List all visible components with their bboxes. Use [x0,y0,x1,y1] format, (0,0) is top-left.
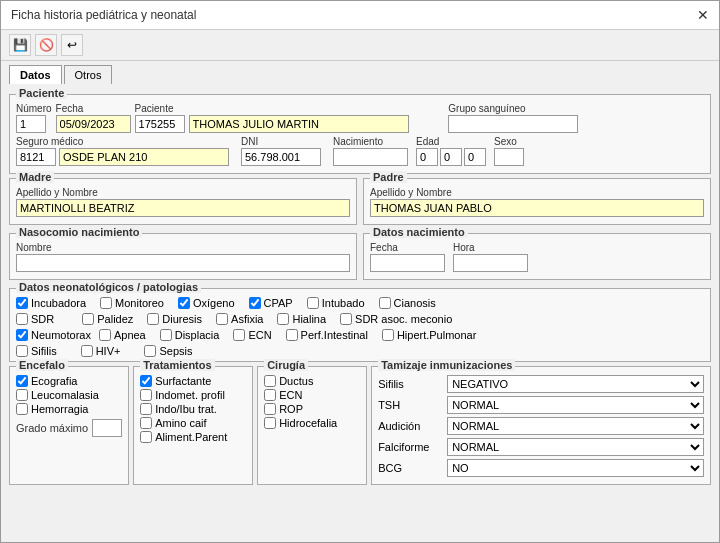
cb-oxigeno[interactable]: Oxígeno [178,297,235,309]
cb-aliment-parent[interactable]: Aliment.Parent [140,431,246,443]
undo-button[interactable]: ↩ [61,34,83,56]
numero-label: Número [16,103,52,114]
dn-hora-input[interactable] [453,254,528,272]
edad-v1-input[interactable] [416,148,438,166]
tamizaje-label: Tamizaje inmunizaciones [378,359,515,371]
tamizaje-sifilis-select[interactable]: NEGATIVOPOSITIVON/A [447,375,704,393]
cb-ductus[interactable]: Ductus [264,375,360,387]
cb-sepsis[interactable]: Sepsis [144,345,192,357]
tamizaje-bcg-select[interactable]: NOSI [447,459,704,477]
dn-fecha-label: Fecha [370,242,445,253]
cb-palidez[interactable]: Palidez [82,313,133,325]
cb-rop[interactable]: ROP [264,403,360,415]
cb-neumotorax[interactable]: Neumotorax [16,329,91,341]
grupo-label: Grupo sanguíneo [448,103,704,114]
tamizaje-tsh-select[interactable]: NORMALALTERADON/A [447,396,704,414]
nasocomio-nombre-input[interactable] [16,254,350,272]
encefalo-label: Encefalo [16,359,68,371]
sexo-label: Sexo [494,136,524,147]
tamizaje-falciforme-select[interactable]: NORMALALTERADON/A [447,438,704,456]
cb-sifilis[interactable]: Sifilis [16,345,57,357]
cb-cpap[interactable]: CPAP [249,297,293,309]
cb-monitoreo[interactable]: Monitoreo [100,297,164,309]
save-button[interactable]: 💾 [9,34,31,56]
cb-ecn-cir[interactable]: ECN [264,389,360,401]
cb-perf-intestinal[interactable]: Perf.Intestinal [286,329,368,341]
cb-intubado[interactable]: Intubado [307,297,365,309]
cb-sdr[interactable]: SDR [16,313,54,325]
fecha-input[interactable] [56,115,131,133]
cb-surfactante[interactable]: Surfactante [140,375,246,387]
cirugia-label: Cirugía [264,359,308,371]
dni-label: DNI [241,136,321,147]
nasocomio-nombre-label: Nombre [16,242,350,253]
tamizaje-sifilis-row: Sifilis NEGATIVOPOSITIVON/A [378,375,704,393]
toolbar: 💾 🚫 ↩ [1,30,719,61]
padre-group: Padre Apellido y Nombre [363,178,711,225]
cb-diuresis[interactable]: Diuresis [147,313,202,325]
cb-ecn[interactable]: ECN [233,329,271,341]
tamizaje-audicion-select[interactable]: NORMALALTERADON/A [447,417,704,435]
datos-nacimiento-group: Datos nacimiento Fecha Hora [363,233,711,280]
nacimiento-input[interactable] [333,148,408,166]
nacimiento-label: Nacimiento [333,136,408,147]
cb-hiv[interactable]: HIV+ [81,345,121,357]
tab-datos[interactable]: Datos [9,65,62,84]
tamizaje-tsh-label: TSH [378,399,443,411]
cb-cianosis[interactable]: Cianosis [379,297,436,309]
cb-hidrocefalia[interactable]: Hidrocefalia [264,417,360,429]
tamizaje-bcg-label: BCG [378,462,443,474]
edad-v2-input[interactable] [440,148,462,166]
padre-label: Padre [370,171,407,183]
nasocomio-group: Nasocomio nacimiento Nombre [9,233,357,280]
seguro-id-input[interactable] [16,148,56,166]
dni-input[interactable] [241,148,321,166]
tamizaje-audicion-row: Audición NORMALALTERADON/A [378,417,704,435]
madre-label: Madre [16,171,54,183]
cb-hemorragia[interactable]: Hemorragia [16,403,122,415]
tratamientos-label: Tratamientos [140,359,214,371]
paciente-label: Paciente [16,87,67,99]
cb-indo-ibu[interactable]: Indo/Ibu trat. [140,403,246,415]
title-bar: Ficha historia pediátrica y neonatal ✕ [1,1,719,30]
cb-hipert-pulmonar[interactable]: Hipert.Pulmonar [382,329,476,341]
cb-displacia[interactable]: Displacia [160,329,220,341]
madre-group: Madre Apellido y Nombre [9,178,357,225]
paciente-group: Paciente Número Fecha Paciente [9,94,711,174]
sexo-input[interactable] [494,148,524,166]
paciente-id-input[interactable] [135,115,185,133]
cb-sdr-meconio[interactable]: SDR asoc. meconio [340,313,452,325]
madre-apellido-input[interactable] [16,199,350,217]
cb-apnea[interactable]: Apnea [99,329,146,341]
padre-apellido-input[interactable] [370,199,704,217]
cb-leucomalasia[interactable]: Leucomalasia [16,389,122,401]
edad-v3-input[interactable] [464,148,486,166]
numero-input[interactable] [16,115,46,133]
cb-indomet[interactable]: Indomet. profil [140,389,246,401]
cb-amino-caif[interactable]: Amino caif [140,417,246,429]
cb-incubadora[interactable]: Incubadora [16,297,86,309]
cb-ecografia[interactable]: Ecografia [16,375,122,387]
edad-label: Edad [416,136,486,147]
padre-apellido-label: Apellido y Nombre [370,187,704,198]
tamizaje-falciforme-label: Falciforme [378,441,443,453]
cb-asfixia[interactable]: Asfixia [216,313,263,325]
tratamientos-group: Tratamientos Surfactante Indomet. profil… [133,366,253,485]
cb-hialina[interactable]: Hialina [277,313,326,325]
cancel-button[interactable]: 🚫 [35,34,57,56]
tab-otros[interactable]: Otros [64,65,113,84]
seguro-nombre-input[interactable] [59,148,229,166]
dn-fecha-input[interactable] [370,254,445,272]
tamizaje-falciforme-row: Falciforme NORMALALTERADON/A [378,438,704,456]
tamizaje-audicion-label: Audición [378,420,443,432]
grupo-input[interactable] [448,115,578,133]
grado-input[interactable] [92,419,122,437]
encefalo-group: Encefalo Ecografia Leucomalasia Hemorrag… [9,366,129,485]
datos-nacimiento-label: Datos nacimiento [370,226,468,238]
paciente-nombre-input[interactable] [189,115,409,133]
close-button[interactable]: ✕ [697,7,709,23]
seguro-label: Seguro médico [16,136,229,147]
datos-neo-group: Datos neonatológicos / patologias Incuba… [9,288,711,362]
tamizaje-sifilis-label: Sifilis [378,378,443,390]
tab-bar: Datos Otros [1,61,719,84]
